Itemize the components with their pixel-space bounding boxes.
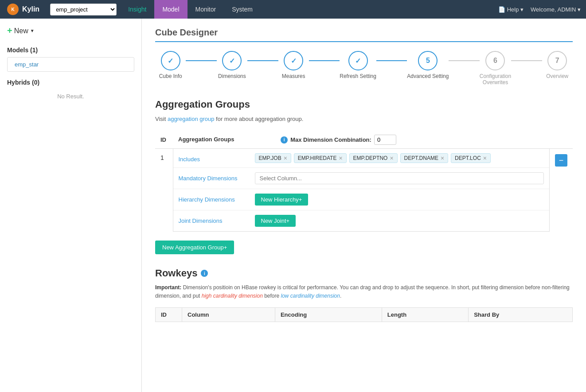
step-4-circle: ✓ [348, 51, 368, 70]
no-result-text: No Result. [0, 89, 141, 103]
joint-row: Joint Dimensions New Joint+ [173, 210, 550, 231]
step-1-circle: ✓ [161, 51, 180, 70]
rowkeys-info-icon: i [201, 270, 208, 277]
step-overview[interactable]: 7 Overview [542, 51, 573, 79]
tag-emp-job: EMP.JOB × [255, 153, 291, 163]
nav-links: Insight Model Monitor System [120, 0, 261, 19]
new-label: New [14, 27, 28, 35]
tag-dept-loc: DEPT.LOC × [451, 153, 491, 163]
sidebar: + New ▼ Models (1) emp_star Hybrids (0) … [0, 19, 142, 392]
rowkeys-th-length: Length [382, 308, 468, 322]
stepper: ✓ Cube Info ✓ Dimensions ✓ Measures ✓ Re… [155, 51, 573, 85]
help-link[interactable]: 📄 Help ▾ [498, 6, 523, 13]
high-cardinality-text: high cardinality dimension [202, 293, 263, 299]
step-3-label: Measures [282, 73, 305, 79]
main-content: Cube Designer ✓ Cube Info ✓ Dimensions ✓… [142, 19, 586, 392]
rowkeys-table: ID Column Encoding Length Shard By [155, 307, 573, 322]
mandatory-select-input[interactable] [255, 172, 544, 184]
models-section-title: Models (1) [0, 43, 141, 57]
rowkeys-title: Rowkeys i [155, 268, 573, 279]
new-aggregation-group-button[interactable]: New Aggregation Group+ [155, 241, 234, 254]
aggregation-groups-desc: Visit aggregation group for more about a… [155, 116, 573, 122]
step-5-circle: 5 [418, 51, 438, 70]
brand-name: Kylin [22, 5, 39, 13]
tag-remove-emp-hiredate[interactable]: × [339, 155, 342, 161]
includes-tags: EMP.JOB × EMP.HIREDATE × EMP.DEPTNO × [255, 153, 544, 163]
agg-group-row-1: 1 Includes EMP.JOB × EMP.HIRE [155, 149, 573, 232]
step-2-circle: ✓ [222, 51, 242, 70]
mandatory-label: Mandatory Dimensions [179, 172, 250, 182]
nav-system[interactable]: System [224, 0, 261, 19]
hierarchy-content: New Hierarchy+ [255, 194, 544, 206]
rowkeys-important: Important: [155, 284, 181, 291]
joint-label: Joint Dimensions [179, 215, 250, 224]
connector-3-4 [309, 60, 340, 61]
th-actions [550, 131, 573, 149]
tag-dept-dname: DEPT.DNAME × [400, 153, 449, 163]
joint-content: New Joint+ [255, 215, 544, 227]
step-advanced-setting[interactable]: 5 Advanced Setting [407, 51, 449, 79]
tag-remove-dept-loc[interactable]: × [483, 155, 487, 161]
rowkeys-th-encoding: Encoding [275, 308, 382, 322]
rowkeys-th-id: ID [156, 308, 182, 322]
tag-emp-deptno: EMP.DEPTNO × [349, 153, 398, 163]
step-7-label: Overview [546, 73, 568, 79]
new-joint-button[interactable]: New Joint+ [255, 215, 296, 227]
aggregation-group-link[interactable]: aggregation group [168, 116, 215, 122]
step-refresh-setting[interactable]: ✓ Refresh Setting [340, 51, 376, 79]
th-groups: Aggregation Groups i Max Dimension Combi… [173, 131, 550, 149]
rowkeys-description: Important: Dimension's positioin on HBas… [155, 283, 573, 300]
plus-icon: + [7, 26, 12, 36]
remove-agg-group-button[interactable]: − [555, 154, 567, 167]
includes-row: Includes EMP.JOB × EMP.HIREDATE × [173, 149, 550, 168]
step-cube-info[interactable]: ✓ Cube Info [155, 51, 186, 79]
tag-remove-emp-job[interactable]: × [284, 155, 287, 161]
main-layout: + New ▼ Models (1) emp_star Hybrids (0) … [0, 19, 586, 392]
nav-monitor[interactable]: Monitor [188, 0, 224, 19]
hierarchy-row: Hierarchy Dimensions New Hierarchy+ [173, 189, 550, 210]
sidebar-item-emp-star[interactable]: emp_star [7, 57, 134, 72]
aggregation-table: ID Aggregation Groups i Max Dimension Co… [155, 131, 573, 232]
mandatory-row: Mandatory Dimensions [173, 168, 550, 189]
step-dimensions[interactable]: ✓ Dimensions [217, 51, 247, 79]
rowkeys-th-column: Column [182, 308, 275, 322]
tag-text: EMP.HIREDATE [298, 155, 337, 161]
svg-text:K: K [11, 7, 15, 12]
tag-text: DEPT.DNAME [404, 155, 438, 161]
connector-4-5 [376, 60, 407, 61]
low-cardinality-text: low cardinality dimension [281, 293, 340, 299]
agg-id: 1 [155, 149, 173, 232]
step-measures[interactable]: ✓ Measures [278, 51, 309, 79]
tag-remove-emp-deptno[interactable]: × [390, 155, 393, 161]
brand-logo: K Kylin [0, 4, 47, 15]
new-button[interactable]: + New ▼ [7, 26, 134, 36]
desc-prefix: Visit [155, 116, 168, 122]
info-icon: i [281, 136, 288, 144]
nav-right: 📄 Help ▾ Welcome, ADMIN ▾ [498, 6, 586, 13]
aggregation-groups-title: Aggregation Groups [155, 99, 573, 110]
new-hierarchy-button[interactable]: New Hierarchy+ [255, 194, 309, 206]
cube-designer-title: Cube Designer [155, 27, 573, 42]
connector-5-6 [449, 60, 479, 61]
connector-6-7 [511, 60, 542, 61]
tag-text: EMP.JOB [259, 155, 281, 161]
agg-content: Includes EMP.JOB × EMP.HIREDATE × [173, 149, 550, 232]
tag-emp-hiredate: EMP.HIREDATE × [294, 153, 347, 163]
step-2-label: Dimensions [218, 73, 246, 79]
nav-model[interactable]: Model [154, 0, 187, 19]
project-select[interactable]: emp_project [50, 4, 117, 16]
includes-label: Includes [179, 153, 250, 163]
hierarchy-label: Hierarchy Dimensions [179, 194, 250, 203]
th-id: ID [155, 131, 173, 149]
step-5-label: Advanced Setting [407, 73, 449, 79]
step-6-label: ConfigurationOverwrites [480, 73, 511, 85]
desc-suffix: for more about aggregation group. [214, 116, 303, 122]
nav-insight[interactable]: Insight [120, 0, 154, 19]
tag-remove-dept-dname[interactable]: × [441, 155, 444, 161]
step-6-circle: 6 [485, 51, 505, 70]
user-menu[interactable]: Welcome, ADMIN ▾ [531, 6, 581, 13]
top-navigation: K Kylin emp_project Insight Model Monito… [0, 0, 586, 19]
max-dim-input[interactable] [374, 135, 396, 145]
connector-1-2 [186, 60, 216, 61]
step-configuration[interactable]: 6 ConfigurationOverwrites [480, 51, 511, 85]
